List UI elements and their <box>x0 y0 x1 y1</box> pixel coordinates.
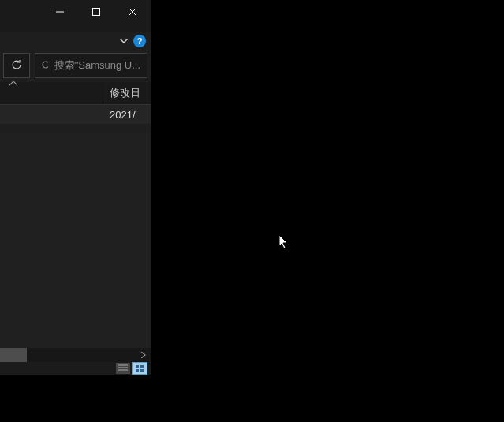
details-view-button[interactable] <box>116 363 130 374</box>
close-button[interactable] <box>114 0 151 24</box>
column-header-date-label: 修改日 <box>110 86 140 100</box>
minimize-icon <box>56 8 64 16</box>
maximize-icon <box>92 8 100 16</box>
mouse-cursor <box>279 235 290 251</box>
explorer-window: ? 搜索"Samsung U... 修改日 2021/ <box>0 0 151 375</box>
column-header-date[interactable]: 修改日 <box>103 82 151 104</box>
chevron-up-icon <box>9 81 17 86</box>
horizontal-scrollbar[interactable] <box>0 348 151 362</box>
search-placeholder: 搜索"Samsung U... <box>54 58 140 73</box>
svg-point-4 <box>43 62 48 68</box>
column-headers: 修改日 <box>0 82 151 105</box>
column-header-name[interactable] <box>0 82 103 104</box>
status-bar <box>0 362 151 375</box>
minimize-button[interactable] <box>42 0 78 24</box>
row-date-cell: 2021/ <box>103 109 151 121</box>
maximize-button[interactable] <box>78 0 114 24</box>
address-toolbar: 搜索"Samsung U... <box>0 52 151 79</box>
chevron-right-icon <box>141 352 146 358</box>
ribbon-collapse-row: ? <box>0 32 151 50</box>
svg-rect-12 <box>136 369 139 372</box>
thumbnails-view-button[interactable] <box>132 362 147 375</box>
chevron-down-icon <box>120 39 128 43</box>
svg-rect-1 <box>93 9 100 16</box>
details-view-icon <box>118 364 128 372</box>
help-label: ? <box>137 36 143 46</box>
svg-rect-10 <box>136 365 139 368</box>
file-list-area[interactable] <box>0 133 151 348</box>
help-button[interactable]: ? <box>133 35 146 47</box>
svg-marker-14 <box>279 235 287 248</box>
svg-rect-13 <box>140 369 144 372</box>
scrollbar-thumb[interactable] <box>0 348 27 362</box>
titlebar <box>0 0 151 32</box>
search-input[interactable]: 搜索"Samsung U... <box>35 53 147 78</box>
scrollbar-right-button[interactable] <box>136 348 151 362</box>
ribbon-collapse-button[interactable] <box>118 35 130 47</box>
svg-rect-11 <box>140 365 144 368</box>
close-icon <box>129 8 136 16</box>
table-row[interactable]: 2021/ <box>0 105 151 124</box>
thumbnails-view-icon <box>135 364 144 372</box>
refresh-button[interactable] <box>3 53 30 78</box>
refresh-icon <box>11 60 22 71</box>
search-icon <box>42 61 48 71</box>
